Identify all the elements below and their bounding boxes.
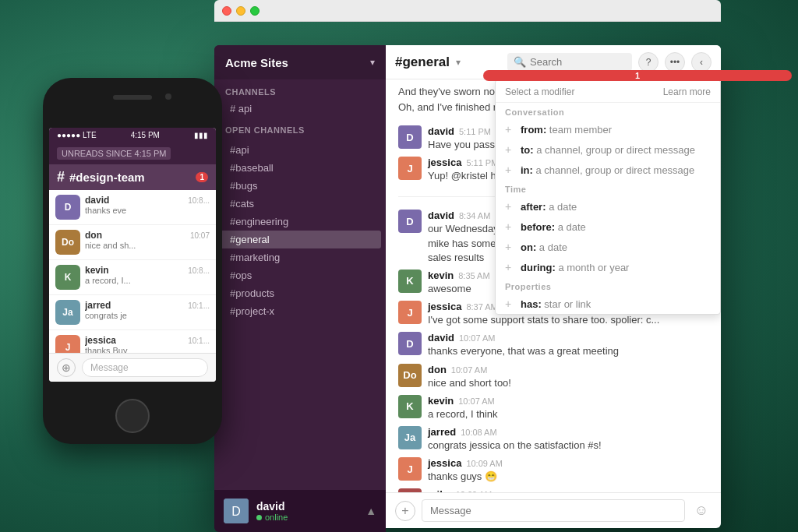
sidebar-item-engineering[interactable]: #engineering	[219, 213, 381, 231]
message-text: thanks guys 😁	[428, 470, 708, 484]
iphone-status-bar: ●●●●● LTE 4:15 PM ▮▮▮	[49, 128, 216, 143]
chat-time: 10:1...	[188, 301, 210, 310]
close-button[interactable]	[222, 6, 231, 16]
search-item-from[interactable]: + from: team member	[496, 119, 720, 139]
message-time: 8:35 AM	[458, 271, 489, 280]
active-channel-row[interactable]: # #design-team 1	[49, 164, 216, 190]
message-time: 10:07 AM	[451, 365, 487, 375]
time-section-title: Time	[496, 180, 720, 196]
iphone-chat-list: D david 10:8... thanks eve Do	[49, 190, 216, 353]
search-item-after[interactable]: + after: a date	[496, 196, 720, 217]
iphone-message-input[interactable]: Message	[82, 358, 208, 377]
avatar: Ja	[398, 426, 422, 449]
iphone-camera	[165, 93, 171, 100]
search-from-text: from: team member	[521, 124, 612, 136]
message-text: thanks everyone, that was a great meetin…	[428, 344, 708, 358]
avatar: D	[398, 125, 422, 149]
plus-icon: +	[505, 200, 516, 213]
sidebar-item-cats[interactable]: #cats	[219, 195, 381, 213]
unreads-label: UNREADS SINCE 4:15 PM	[57, 147, 171, 160]
search-item-during[interactable]: + during: a month or year	[496, 257, 720, 277]
add-attachment-button[interactable]: +	[395, 501, 415, 521]
avatar: Do	[55, 230, 80, 255]
search-during-text: during: a month or year	[521, 262, 629, 273]
sidebar-item-general[interactable]: #general	[219, 231, 381, 248]
workspace-chevron-icon[interactable]: ▾	[370, 57, 375, 68]
emoji-button[interactable]: ☺	[691, 501, 711, 521]
search-box[interactable]: 🔍	[507, 53, 632, 71]
user-avatar	[224, 499, 249, 523]
sidebar-item-bugs[interactable]: #bugs	[219, 177, 381, 195]
status-text: online	[265, 513, 288, 522]
chat-text: nice and sh...	[85, 241, 210, 250]
main-chat-area: #general ▾ 🔍 ? ••• ‹ Select a modifier L…	[386, 45, 721, 528]
list-item[interactable]: D david 10:8... thanks eve	[49, 190, 216, 225]
modifier-label: Select a modifier	[505, 86, 574, 97]
conversation-section-title: Conversation	[496, 103, 720, 119]
avatar: Do	[398, 364, 422, 387]
search-before-text: before: a date	[521, 221, 586, 233]
plus-icon: +	[505, 261, 516, 273]
search-input[interactable]	[530, 56, 623, 68]
avatar: K	[398, 395, 422, 418]
message-content: jarred 10:08 AM congrats jessica on the …	[428, 426, 708, 453]
chat-time: 10:8...	[188, 196, 210, 205]
sidebar-item-marketing[interactable]: #marketing	[219, 248, 381, 266]
carrier-text: ●●●●● LTE	[57, 131, 97, 139]
message-author: jessica	[428, 457, 461, 469]
chat-content: jessica 10:1... thanks Buy	[85, 335, 210, 353]
search-item-to[interactable]: + to: a channel, group or direct message	[496, 139, 720, 160]
sidebar-item-project-x[interactable]: #project-x	[219, 302, 381, 320]
sidebar-item-ops[interactable]: #ops	[219, 266, 381, 284]
iphone-home-button[interactable]	[115, 399, 150, 433]
search-item-before[interactable]: + before: a date	[496, 217, 720, 237]
list-item[interactable]: Do don 10:07 nice and sh...	[49, 225, 216, 260]
table-row: D david 10:07 AM thanks everyone, that w…	[398, 332, 708, 358]
table-row: Ja jarred 10:08 AM congrats jessica on t…	[398, 426, 708, 453]
iphone-nav-bar: UNREADS SINCE 4:15 PM	[49, 143, 216, 164]
iphone-add-button[interactable]: ⊕	[57, 358, 76, 377]
sidebar: Acme Sites ▾ CHANNELS # api OPEN CHANNEL…	[214, 45, 386, 528]
message-input[interactable]	[422, 499, 685, 522]
search-item-in[interactable]: + in: a channel, group or direct message	[496, 160, 720, 180]
sidebar-item-api-top[interactable]: # api	[219, 100, 381, 118]
avatar: J	[398, 157, 422, 180]
list-item[interactable]: K kevin 10:8... a record, I...	[49, 260, 216, 295]
avatar: D	[398, 210, 422, 233]
maximize-button[interactable]	[250, 6, 260, 16]
search-has-text: has: star or link	[521, 298, 591, 310]
search-dropdown-header: Select a modifier Learn more	[496, 80, 720, 103]
plus-icon: +	[505, 241, 516, 253]
message-text: nice and short too!	[428, 376, 708, 390]
chat-author: kevin	[85, 265, 109, 276]
learn-more-link[interactable]: Learn more	[663, 86, 711, 97]
table-row: Do don 10:07 AM nice and short too!	[398, 364, 708, 390]
plus-icon: +	[505, 143, 516, 156]
help-button[interactable]: ?	[638, 52, 659, 72]
avatar: J	[55, 335, 80, 353]
message-author: david	[428, 332, 454, 344]
more-button[interactable]: •••	[665, 52, 685, 72]
message-time: 10:09 AM	[466, 459, 502, 468]
chat-channel-name: #general	[395, 55, 450, 70]
channel-chevron-icon[interactable]: ▾	[456, 57, 461, 68]
avatar: D	[55, 195, 80, 220]
properties-section-title: Properties	[496, 277, 720, 294]
message-author: jessica	[428, 157, 461, 168]
user-chevron-icon[interactable]: ▲	[365, 505, 376, 517]
search-item-on[interactable]: + on: a date	[496, 237, 720, 257]
search-on-text: on: a date	[521, 241, 567, 253]
list-item[interactable]: Ja jarred 10:1... congrats je	[49, 295, 216, 330]
sidebar-item-api[interactable]: #api	[219, 141, 381, 159]
collapse-button[interactable]: ‹	[691, 52, 711, 72]
iphone-mockup: ●●●●● LTE 4:15 PM ▮▮▮ UNREADS SINCE 4:15…	[43, 78, 222, 444]
active-channel-hash: #	[57, 169, 65, 185]
list-item[interactable]: J jessica 10:1... thanks Buy	[49, 330, 216, 353]
table-row: J jessica 10:09 AM thanks guys 😁	[398, 457, 708, 484]
sidebar-item-products[interactable]: #products	[219, 284, 381, 302]
chat-input-area: + ☺	[386, 492, 721, 528]
search-item-has[interactable]: + has: star or link	[496, 294, 720, 314]
sidebar-item-baseball[interactable]: #baseball	[219, 159, 381, 177]
minimize-button[interactable]	[236, 6, 245, 16]
message-author: jarred	[428, 426, 456, 438]
